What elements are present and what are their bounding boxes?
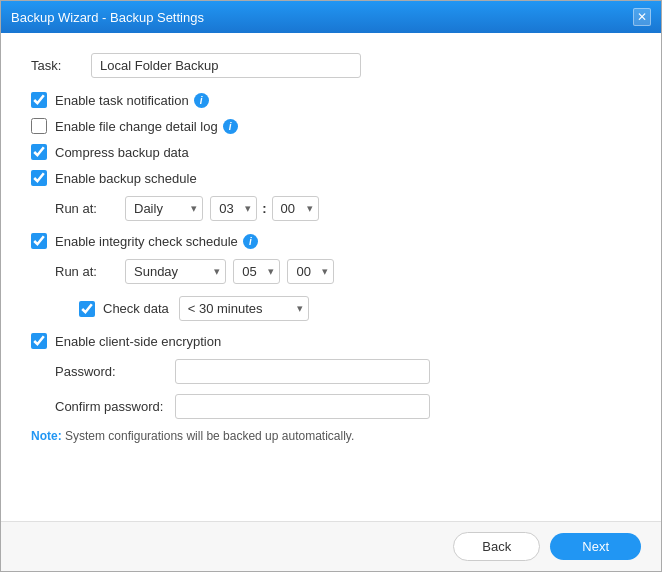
file-change-info-icon[interactable]: i — [223, 119, 238, 134]
footer: Back Next — [1, 521, 661, 571]
enable-task-notification-label: Enable task notification — [55, 93, 189, 108]
task-label: Task: — [31, 58, 81, 73]
task-input[interactable] — [91, 53, 361, 78]
enable-integrity-check-label: Enable integrity check schedule — [55, 234, 238, 249]
enable-file-change-checkbox[interactable] — [31, 118, 47, 134]
backup-minute-select[interactable]: 000510 152025 303540 455055 — [272, 196, 319, 221]
backup-frequency-wrapper: Daily Weekly Monthly — [125, 196, 203, 221]
enable-backup-schedule-row: Enable backup schedule — [31, 170, 631, 186]
check-data-duration-wrapper: < 30 minutes < 1 hour < 2 hours Full — [179, 296, 309, 321]
enable-integrity-check-checkbox[interactable] — [31, 233, 47, 249]
backup-hour-wrapper: 000102 030405 060708 091011 121314 15161… — [210, 196, 257, 221]
check-data-duration-select[interactable]: < 30 minutes < 1 hour < 2 hours Full — [179, 296, 309, 321]
enable-backup-schedule-checkbox[interactable] — [31, 170, 47, 186]
enable-encryption-checkbox[interactable] — [31, 333, 47, 349]
check-data-checkbox[interactable] — [79, 301, 95, 317]
integrity-run-at-row: Run at: Sunday MondayTuesday WednesdayTh… — [55, 259, 631, 284]
enable-encryption-row: Enable client-side encryption — [31, 333, 631, 349]
task-row: Task: — [31, 53, 631, 78]
integrity-hour-wrapper: 000102 0304 05 060708 091011 121314 1516… — [233, 259, 280, 284]
close-button[interactable]: ✕ — [633, 8, 651, 26]
backup-run-at-row: Run at: Daily Weekly Monthly 000102 0304… — [55, 196, 631, 221]
integrity-check-info-icon[interactable]: i — [243, 234, 258, 249]
title-main: Backup Wizard — [11, 10, 98, 25]
check-data-label: Check data — [103, 301, 169, 316]
backup-run-at-label: Run at: — [55, 201, 125, 216]
compress-backup-label: Compress backup data — [55, 145, 189, 160]
confirm-password-input[interactable] — [175, 394, 430, 419]
integrity-hour-select[interactable]: 000102 0304 05 060708 091011 121314 1516… — [233, 259, 280, 284]
next-button[interactable]: Next — [550, 533, 641, 560]
compress-backup-row: Compress backup data — [31, 144, 631, 160]
backup-time-separator: : — [262, 201, 266, 216]
integrity-run-at-label: Run at: — [55, 264, 125, 279]
enable-file-change-row: Enable file change detail log i — [31, 118, 631, 134]
enable-task-notification-checkbox[interactable] — [31, 92, 47, 108]
backup-hour-select[interactable]: 000102 030405 060708 091011 121314 15161… — [210, 196, 257, 221]
confirm-password-row: Confirm password: — [55, 394, 631, 419]
window-title: Backup Wizard - Backup Settings — [11, 10, 204, 25]
enable-encryption-label: Enable client-side encryption — [55, 334, 221, 349]
integrity-minute-wrapper: 000510 152025 303540 455055 — [287, 259, 334, 284]
integrity-day-wrapper: Sunday MondayTuesday WednesdayThursday F… — [125, 259, 226, 284]
title-sub: Backup Settings — [110, 10, 204, 25]
enable-task-notification-row: Enable task notification i — [31, 92, 631, 108]
password-label: Password: — [55, 364, 175, 379]
backup-wizard-window: Backup Wizard - Backup Settings ✕ Task: … — [0, 0, 662, 572]
integrity-day-select[interactable]: Sunday MondayTuesday WednesdayThursday F… — [125, 259, 226, 284]
form-content: Task: Enable task notification i Enable … — [1, 33, 661, 521]
note-text: System configurations will be backed up … — [65, 429, 354, 443]
titlebar: Backup Wizard - Backup Settings ✕ — [1, 1, 661, 33]
password-input[interactable] — [175, 359, 430, 384]
back-button[interactable]: Back — [453, 532, 540, 561]
compress-backup-checkbox[interactable] — [31, 144, 47, 160]
backup-minute-wrapper: 000510 152025 303540 455055 — [272, 196, 319, 221]
check-data-row: Check data < 30 minutes < 1 hour < 2 hou… — [79, 296, 631, 321]
integrity-minute-select[interactable]: 000510 152025 303540 455055 — [287, 259, 334, 284]
enable-file-change-label: Enable file change detail log — [55, 119, 218, 134]
enable-backup-schedule-label: Enable backup schedule — [55, 171, 197, 186]
note-section: Note: System configurations will be back… — [31, 429, 631, 443]
confirm-password-label: Confirm password: — [55, 399, 175, 414]
enable-integrity-check-row: Enable integrity check schedule i — [31, 233, 631, 249]
note-prefix: Note: — [31, 429, 62, 443]
password-row: Password: — [55, 359, 631, 384]
backup-frequency-select[interactable]: Daily Weekly Monthly — [125, 196, 203, 221]
task-notification-info-icon[interactable]: i — [194, 93, 209, 108]
title-sep: - — [102, 10, 110, 25]
